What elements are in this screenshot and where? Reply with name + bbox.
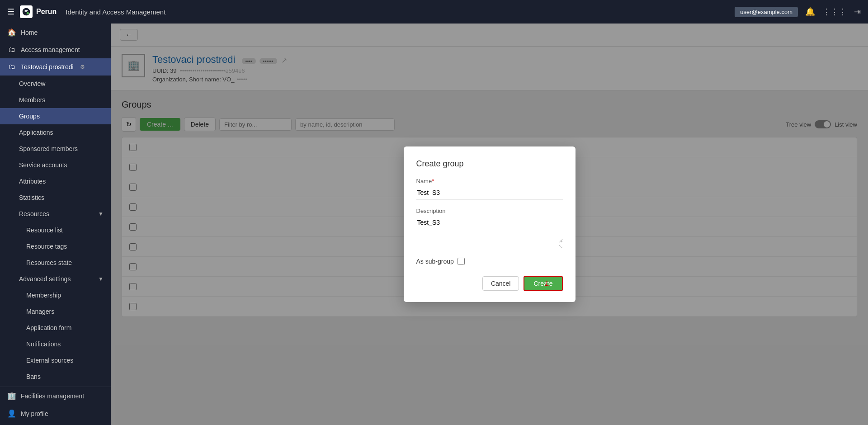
sidebar-item-sponsored-members[interactable]: Sponsored members — [0, 141, 111, 157]
sidebar-item-resource-tags[interactable]: Resource tags — [0, 238, 111, 255]
sidebar-item-application-form[interactable]: Application form — [0, 320, 111, 336]
modal-overlay: Create group Name* Description Test_S3 ⤡ — [111, 24, 868, 425]
sidebar-item-overview[interactable]: Overview — [0, 76, 111, 92]
advanced-settings-chevron-icon: ▼ — [98, 276, 104, 282]
sidebar-applications-label: Applications — [19, 129, 53, 136]
sidebar-facilities-label: Facilities management — [21, 392, 84, 400]
sidebar-service-accounts-label: Service accounts — [19, 161, 67, 169]
main-content: ← 🏢 Testovaci prostredi •••• •••••• ↗ — [111, 24, 868, 425]
subgroup-label: As sub-group — [416, 258, 454, 265]
vo-icon: 🗂 — [7, 63, 16, 71]
dialog-actions: 1. Cancel Create — [416, 276, 563, 291]
svg-point-1 — [27, 12, 29, 14]
sidebar-item-resources[interactable]: Resources ▼ — [0, 206, 111, 222]
logout-icon[interactable]: ⇥ — [854, 7, 861, 17]
sidebar-item-attributes[interactable]: Attributes — [0, 173, 111, 189]
name-input[interactable] — [416, 186, 563, 199]
description-textarea[interactable]: Test_S3 — [416, 216, 563, 243]
sidebar-home-label: Home — [21, 29, 38, 36]
sidebar-advanced-settings-label: Advanced settings — [19, 275, 71, 283]
sidebar-item-notifications[interactable]: Notifications — [0, 336, 111, 352]
sidebar-item-access-management[interactable]: 🗂 Access management — [0, 41, 111, 58]
navbar: ☰ Perun Identity and Access Management u… — [0, 0, 868, 24]
sidebar-notifications-label: Notifications — [26, 340, 61, 348]
sidebar-item-vo[interactable]: 🗂 Testovaci prostredi ⚙ — [0, 58, 111, 76]
resources-chevron-icon: ▼ — [98, 211, 104, 217]
sidebar-statistics-label: Statistics — [19, 194, 44, 201]
dialog-title: Create group — [416, 159, 563, 169]
subgroup-checkbox[interactable] — [458, 258, 465, 265]
sidebar-my-profile-label: My profile — [21, 410, 48, 417]
navbar-title: Identity and Access Management — [66, 8, 165, 16]
brand-name: Perun — [36, 8, 57, 16]
sidebar: 🏠 Home 🗂 Access management 🗂 Testovaci p… — [0, 24, 111, 425]
hamburger-icon[interactable]: ☰ — [7, 7, 14, 17]
dialog-create-button[interactable]: Create — [524, 276, 562, 291]
sidebar-resources-label: Resources — [19, 210, 49, 217]
sidebar-resources-state-label: Resources state — [26, 259, 72, 266]
sidebar-item-service-accounts[interactable]: Service accounts — [0, 157, 111, 173]
brand-logo — [20, 5, 33, 18]
sidebar-item-bans[interactable]: Bans — [0, 368, 111, 385]
sidebar-item-managers[interactable]: Managers — [0, 303, 111, 320]
annotation-label: 1. — [545, 280, 550, 287]
sidebar-access-label: Access management — [21, 46, 80, 53]
name-form-group: Name* — [416, 178, 563, 199]
sidebar-item-facilities-management[interactable]: 🏢 Facilities management — [0, 387, 111, 405]
sidebar-item-membership[interactable]: Membership — [0, 287, 111, 303]
navbar-user[interactable]: user@example.com — [735, 7, 798, 17]
create-group-dialog: Create group Name* Description Test_S3 ⤡ — [404, 146, 576, 302]
sidebar-item-groups[interactable]: Groups — [0, 108, 111, 124]
home-icon: 🏠 — [7, 28, 16, 37]
sidebar-external-sources-label: External sources — [26, 357, 73, 364]
description-label: Description — [416, 208, 563, 214]
bell-icon[interactable]: 🔔 — [805, 7, 815, 17]
sidebar-application-form-label: Application form — [26, 324, 71, 331]
sidebar-item-resources-state[interactable]: Resources state — [0, 255, 111, 271]
sidebar-overview-label: Overview — [19, 80, 45, 87]
sidebar-members-label: Members — [19, 96, 45, 104]
sidebar-item-my-profile[interactable]: 👤 My profile — [0, 405, 111, 422]
cancel-button[interactable]: Cancel — [482, 276, 519, 291]
sidebar-item-external-sources[interactable]: External sources — [0, 352, 111, 368]
sidebar-managers-label: Managers — [26, 308, 54, 315]
subgroup-row: As sub-group — [416, 258, 563, 265]
access-management-icon: 🗂 — [7, 46, 16, 54]
sidebar-item-home[interactable]: 🏠 Home — [0, 24, 111, 41]
sidebar-item-advanced-settings[interactable]: Advanced settings ▼ — [0, 271, 111, 287]
sidebar-resource-tags-label: Resource tags — [26, 243, 67, 250]
sidebar-sponsored-members-label: Sponsored members — [19, 145, 78, 152]
sidebar-resource-list-label: Resource list — [26, 227, 63, 234]
profile-icon: 👤 — [7, 409, 16, 418]
sidebar-item-applications[interactable]: Applications — [0, 124, 111, 141]
sidebar-bans-label: Bans — [26, 373, 41, 380]
sidebar-attributes-label: Attributes — [19, 178, 46, 185]
name-label: Name* — [416, 178, 563, 184]
brand: Perun — [20, 5, 57, 18]
description-form-group: Description Test_S3 ⤡ — [416, 208, 563, 250]
sidebar-vo-label: Testovaci prostredi — [21, 63, 74, 71]
sidebar-item-resource-list[interactable]: Resource list — [0, 222, 111, 238]
sidebar-item-members[interactable]: Members — [0, 92, 111, 108]
resize-handle: ⤡ — [416, 243, 563, 250]
sidebar-item-statistics[interactable]: Statistics — [0, 189, 111, 206]
sidebar-membership-label: Membership — [26, 292, 61, 299]
grid-icon[interactable]: ⋮⋮⋮ — [822, 7, 847, 17]
sidebar-groups-label: Groups — [19, 113, 40, 120]
facilities-icon: 🏢 — [7, 392, 16, 400]
